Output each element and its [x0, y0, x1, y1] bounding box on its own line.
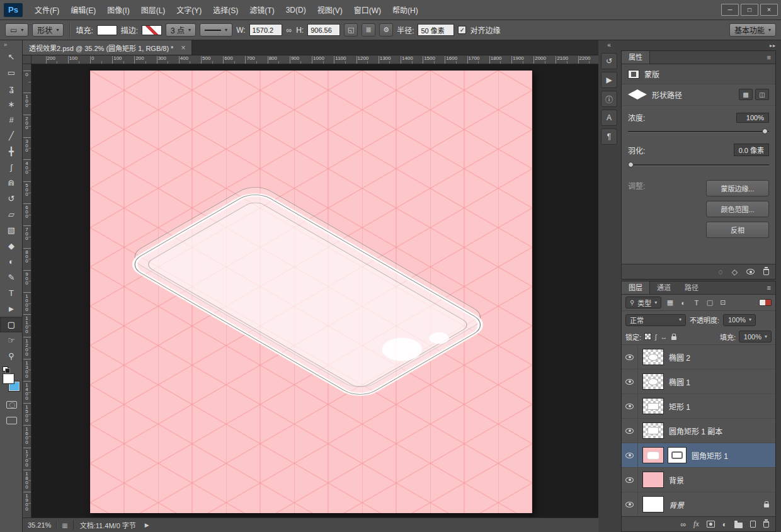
tab-layers[interactable]: 图层 — [622, 281, 650, 294]
dodge-tool[interactable]: ◐ — [0, 254, 23, 269]
select-pixels-button[interactable]: ▩ — [739, 89, 753, 100]
quick-mask-button[interactable] — [6, 401, 17, 409]
layer-visibility-toggle[interactable] — [622, 394, 638, 418]
fill-swatch[interactable] — [97, 25, 117, 35]
layer-name[interactable]: 背景 — [669, 499, 684, 510]
tab-paths[interactable]: 路径 — [678, 281, 705, 294]
menu-item[interactable]: 文件(F) — [29, 1, 65, 18]
horizontal-ruler[interactable]: 2001000100200300400500600700800900100011… — [31, 55, 598, 64]
layer-visibility-toggle[interactable] — [622, 468, 638, 492]
density-value[interactable]: 100% — [736, 113, 769, 123]
color-range-button[interactable]: 颜色范围... — [706, 201, 769, 217]
filter-adjustment-layers-icon[interactable]: ◐ — [678, 297, 688, 308]
delete-layer-icon[interactable] — [763, 521, 769, 528]
link-layers-icon[interactable]: ∞ — [681, 520, 687, 529]
layer-row[interactable]: 椭圆 2 — [622, 345, 775, 370]
layer-row[interactable]: 背景 — [622, 492, 775, 516]
history-panel-icon[interactable]: ↺ — [601, 53, 617, 69]
vector-mask-thumbnail[interactable] — [668, 447, 687, 463]
menu-item[interactable]: 图像(I) — [101, 1, 135, 18]
new-layer-icon[interactable] — [750, 521, 756, 528]
delete-mask-icon[interactable] — [763, 269, 769, 275]
status-menu-arrow[interactable]: ▶ — [141, 522, 153, 528]
eyedropper-tool[interactable]: ╱ — [0, 128, 23, 144]
layer-name[interactable]: 圆角矩形 1 — [692, 450, 728, 461]
eraser-tool[interactable]: ▱ — [0, 207, 23, 222]
actions-panel-icon[interactable]: ▶ — [601, 72, 617, 88]
invert-button[interactable]: 反相 — [706, 222, 769, 238]
layer-thumbnail[interactable] — [642, 349, 664, 365]
layer-thumbnail[interactable] — [642, 373, 664, 390]
canvas[interactable] — [90, 71, 532, 513]
layer-row[interactable]: 矩形 1 — [622, 394, 775, 419]
layer-visibility-toggle[interactable] — [622, 419, 638, 443]
clone-stamp-tool[interactable]: ⋒ — [0, 175, 23, 191]
feather-slider[interactable] — [628, 161, 769, 169]
menu-item[interactable]: 选择(S) — [207, 1, 244, 18]
type-tool[interactable]: T — [0, 285, 23, 301]
layer-visibility-toggle[interactable] — [622, 370, 638, 393]
menu-item[interactable]: 3D(D) — [280, 3, 312, 18]
menu-item[interactable]: 滤镜(T) — [244, 1, 280, 18]
expand-panels-button[interactable]: « — [598, 40, 620, 50]
paragraph-panel-icon[interactable]: ¶ — [601, 128, 617, 145]
layer-row[interactable]: 椭圆 1 — [622, 370, 775, 394]
layer-visibility-toggle[interactable] — [622, 443, 638, 467]
filter-pixel-layers-icon[interactable]: ▦ — [664, 297, 675, 308]
fill-opacity-dropdown[interactable]: 100% ▾ — [739, 331, 772, 342]
canvas-viewport[interactable] — [31, 64, 598, 518]
selection-from-mask-icon[interactable]: ◌ — [719, 268, 723, 276]
menu-item[interactable]: 编辑(E) — [65, 1, 101, 18]
mask-options-button[interactable]: ◫ — [755, 89, 769, 100]
filter-type-layers-icon[interactable]: T — [691, 297, 702, 308]
opacity-dropdown[interactable]: 100% ▾ — [723, 314, 756, 326]
lock-position-icon[interactable]: ↔ — [661, 333, 668, 341]
density-slider-handle[interactable] — [762, 128, 768, 134]
menu-item[interactable]: 帮助(H) — [387, 1, 424, 18]
layer-visibility-toggle[interactable] — [622, 345, 638, 369]
move-tool[interactable]: ↖ — [0, 49, 23, 65]
tab-close-icon[interactable]: × — [181, 43, 185, 52]
feather-value[interactable]: 0.0 像素 — [734, 144, 769, 156]
foreground-color-swatch[interactable] — [3, 374, 14, 383]
lock-transparency-icon[interactable] — [644, 333, 651, 340]
quick-selection-tool[interactable]: ∗ — [0, 96, 23, 112]
document-tab[interactable]: 透视效果2.psd @ 35.2% (圆角矩形 1, RGB/8) * × — [23, 40, 192, 55]
layer-name[interactable]: 椭圆 1 — [669, 376, 690, 387]
screen-mode-button[interactable] — [6, 417, 17, 424]
tool-preset-picker[interactable]: ▭ ▾ — [5, 23, 28, 37]
blur-tool[interactable]: ◆ — [0, 238, 23, 254]
panel-menu-icon[interactable]: ≡ — [767, 54, 775, 61]
zoom-level-field[interactable]: 35.21% — [28, 521, 57, 529]
toolbar-collapse-button[interactable]: » — [0, 40, 22, 49]
zoom-tool[interactable]: ⚲ — [0, 348, 23, 364]
width-input[interactable] — [249, 24, 282, 36]
stroke-type-dropdown[interactable]: ▾ — [200, 23, 232, 37]
filter-shape-layers-icon[interactable]: ▢ — [704, 297, 715, 308]
maximize-button[interactable]: □ — [741, 4, 758, 16]
tab-channels[interactable]: 通道 — [650, 281, 678, 294]
brush-tool[interactable]: ʃ — [0, 159, 23, 175]
menu-item[interactable]: 窗口(W) — [348, 1, 387, 18]
history-brush-tool[interactable]: ↺ — [0, 191, 23, 207]
filter-toggle[interactable] — [759, 299, 772, 306]
close-button[interactable]: × — [760, 4, 778, 16]
layers-panel-menu-icon[interactable]: ≡ — [767, 284, 775, 291]
layer-name[interactable]: 圆角矩形 1 副本 — [669, 426, 722, 436]
gear-icon[interactable]: ⚙ — [379, 23, 393, 37]
radius-input[interactable] — [418, 24, 454, 36]
path-operations-button[interactable]: ◱ — [344, 23, 358, 37]
apply-mask-icon[interactable]: ◇ — [732, 268, 738, 276]
crop-tool[interactable]: # — [0, 112, 23, 128]
layer-thumbnail[interactable] — [642, 472, 664, 488]
layer-style-icon[interactable]: fx — [693, 519, 699, 529]
layer-name[interactable]: 矩形 1 — [669, 401, 690, 412]
menu-item[interactable]: 文字(Y) — [171, 1, 207, 18]
healing-brush-tool[interactable]: ╋ — [0, 144, 23, 159]
layer-thumbnail[interactable] — [642, 496, 664, 512]
character-panel-icon[interactable]: A — [601, 110, 617, 126]
filter-type-dropdown[interactable]: ⚲ 类型 ▾ — [625, 297, 661, 308]
layer-name[interactable]: 背景 — [669, 475, 684, 485]
layer-row[interactable]: 背景 — [622, 468, 775, 492]
feather-slider-handle[interactable] — [628, 162, 634, 167]
